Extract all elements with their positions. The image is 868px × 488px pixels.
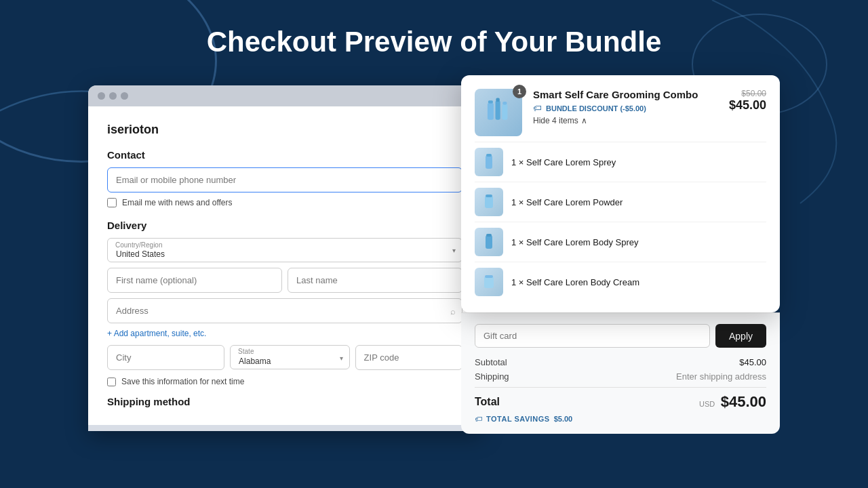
bundle-price-col: $50.00 $45.00 xyxy=(729,89,766,113)
bundle-badge: 1 xyxy=(513,85,526,98)
state-wrapper: State Alabama ▾ xyxy=(230,345,350,370)
hide-items-toggle[interactable]: Hide 4 items ∧ xyxy=(533,116,718,125)
city-input[interactable] xyxy=(107,345,224,370)
bundle-image-wrap: 1 xyxy=(475,89,522,136)
total-price-group: USD $45.00 xyxy=(699,393,766,411)
apply-button[interactable]: Apply xyxy=(715,324,766,348)
zip-input[interactable] xyxy=(355,345,462,370)
svg-rect-13 xyxy=(485,275,493,278)
svg-rect-9 xyxy=(486,195,492,197)
svg-rect-12 xyxy=(484,277,494,288)
svg-rect-7 xyxy=(486,154,492,157)
contact-label: Contact xyxy=(107,149,462,161)
total-label: Total xyxy=(475,396,500,408)
item-thumb-2 xyxy=(475,188,503,216)
total-currency: USD xyxy=(699,400,715,408)
svg-rect-4 xyxy=(496,98,499,102)
item-name-2: 1 × Self Care Lorem Powder xyxy=(511,197,623,207)
save-info-row: Save this information for next time xyxy=(107,377,462,386)
content-area: iserioton Contact Email me with news and… xyxy=(0,79,868,434)
savings-tag-icon: 🏷 xyxy=(475,415,482,423)
item-row: 1 × Self Care Lorem Body Sprey xyxy=(475,222,766,262)
address-search-icon: ⌕ xyxy=(450,306,456,316)
bundle-discount-row: 🏷 BUNDLE DISCOUNT (-$5.00) xyxy=(533,103,718,113)
svg-rect-0 xyxy=(488,103,494,120)
item-thumb-1 xyxy=(475,148,503,176)
discount-tag-icon: 🏷 xyxy=(533,103,542,113)
item-row: 1 × Self Care Lorem Sprey xyxy=(475,142,766,182)
shipping-row: Shipping Enter shipping address xyxy=(475,371,766,382)
item-name-1: 1 × Self Care Lorem Sprey xyxy=(511,157,616,167)
save-info-checkbox[interactable] xyxy=(107,378,116,386)
item-thumb-4 xyxy=(475,268,503,296)
gift-card-input[interactable] xyxy=(475,324,710,348)
first-name-input[interactable] xyxy=(107,268,282,293)
address-input[interactable] xyxy=(107,298,462,323)
last-name-input[interactable] xyxy=(288,268,462,293)
svg-rect-8 xyxy=(485,196,493,208)
newsletter-row: Email me with news and offers xyxy=(107,198,462,207)
state-label: State xyxy=(238,348,254,355)
svg-rect-1 xyxy=(496,100,500,120)
checkout-form: iserioton Contact Email me with news and… xyxy=(88,106,481,425)
item-list: 1 × Self Care Lorem Sprey 1 × Self Care … xyxy=(475,142,766,302)
svg-rect-5 xyxy=(502,102,507,104)
bundle-info: Smart Self Care Grooming Combo 🏷 BUNDLE … xyxy=(533,89,718,125)
shipping-label: Shipping xyxy=(475,371,509,382)
bundle-card: 1 Smart Sel xyxy=(461,75,780,312)
store-name: iserioton xyxy=(107,123,462,137)
item-product-icon-3 xyxy=(479,232,498,251)
total-value: $45.00 xyxy=(721,393,766,410)
delivery-section: Delivery Country/Region United States ▾ xyxy=(107,220,462,386)
order-summary-bottom: Apply Subtotal $45.00 Shipping Enter shi… xyxy=(461,312,780,434)
savings-row: 🏷 TOTAL SAVINGS $5.00 xyxy=(475,415,766,423)
add-apartment-link[interactable]: + Add apartment, suite, etc. xyxy=(107,329,462,338)
country-label: Country/Region xyxy=(115,241,162,249)
bundle-header: 1 Smart Sel xyxy=(475,89,766,136)
svg-rect-11 xyxy=(486,234,492,237)
shipping-method-label: Shipping method xyxy=(107,396,462,407)
final-price: $45.00 xyxy=(729,98,766,113)
save-info-label: Save this information for next time xyxy=(121,377,244,386)
svg-rect-6 xyxy=(486,155,492,169)
svg-rect-2 xyxy=(502,104,507,120)
address-wrapper: ⌕ xyxy=(107,298,462,323)
page-title: Checkout Preview of Your Bundle xyxy=(0,0,868,79)
newsletter-checkbox[interactable] xyxy=(107,198,117,207)
browser-window: iserioton Contact Email me with news and… xyxy=(88,85,481,431)
savings-value: $5.00 xyxy=(554,415,573,423)
item-row: 1 × Self Care Lorem Powder xyxy=(475,182,766,222)
item-product-icon-1 xyxy=(479,152,498,171)
item-thumb-3 xyxy=(475,228,503,256)
bundle-discount-text: BUNDLE DISCOUNT (-$5.00) xyxy=(546,104,646,113)
hide-items-chevron-icon: ∧ xyxy=(581,116,587,125)
browser-dot-green xyxy=(121,92,128,100)
browser-dot-red xyxy=(98,92,105,100)
item-product-icon-4 xyxy=(479,272,498,291)
item-name-4: 1 × Self Care Loren Body Cream xyxy=(511,277,639,287)
delivery-label: Delivery xyxy=(107,220,462,231)
browser-content: iserioton Contact Email me with news and… xyxy=(88,106,481,425)
gift-card-row: Apply xyxy=(475,324,766,348)
item-name-3: 1 × Self Care Lorem Body Sprey xyxy=(511,237,639,247)
subtotal-row: Subtotal $45.00 xyxy=(475,357,766,367)
name-row xyxy=(107,268,462,293)
original-price: $50.00 xyxy=(729,89,766,98)
item-row: 1 × Self Care Loren Body Cream xyxy=(475,262,766,302)
subtotal-label: Subtotal xyxy=(475,357,507,367)
item-product-icon-2 xyxy=(479,192,498,211)
svg-rect-3 xyxy=(488,100,493,103)
total-row: Total USD $45.00 xyxy=(475,387,766,411)
email-input[interactable] xyxy=(107,167,462,192)
browser-bar xyxy=(88,85,481,106)
bundle-title: Smart Self Care Grooming Combo xyxy=(533,89,718,100)
shipping-value: Enter shipping address xyxy=(676,371,766,382)
savings-label: TOTAL SAVINGS xyxy=(486,415,550,423)
subtotal-value: $45.00 xyxy=(739,357,766,367)
browser-dot-yellow xyxy=(109,92,117,100)
svg-rect-10 xyxy=(486,235,492,249)
order-panel: 1 Smart Sel xyxy=(481,79,780,434)
bundle-product-icon xyxy=(481,96,515,129)
newsletter-label: Email me with news and offers xyxy=(122,198,233,207)
city-state-zip-row: State Alabama ▾ xyxy=(107,345,462,370)
